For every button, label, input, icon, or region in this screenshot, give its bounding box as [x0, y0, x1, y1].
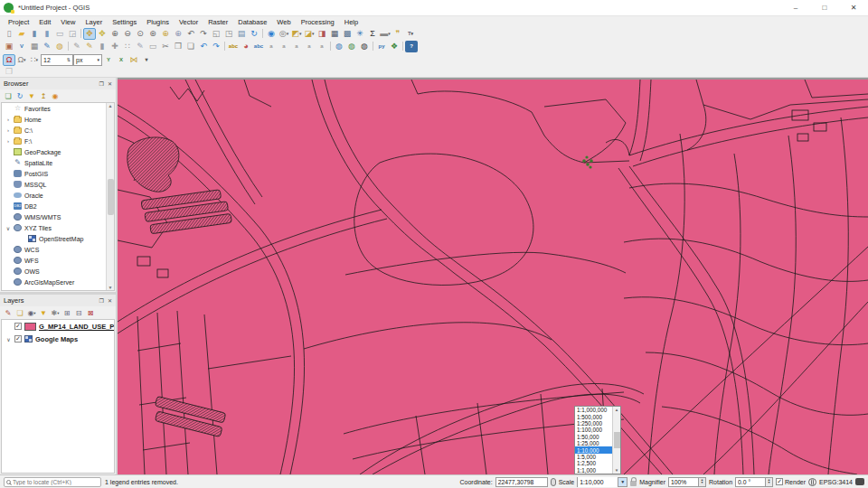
filter-legend-icon[interactable]: ▼	[38, 307, 49, 318]
undo-icon[interactable]: ↶	[197, 41, 210, 52]
scale-option[interactable]: 1:250,000	[575, 420, 612, 427]
menu-item[interactable]: Plugins	[142, 17, 174, 27]
menu-item[interactable]: Edit	[34, 17, 55, 27]
zoom-in-icon[interactable]: ⊕	[108, 28, 121, 40]
enable-snapping-icon[interactable]: Ω	[3, 54, 15, 66]
add-raster-layer-icon[interactable]: ▦	[28, 41, 41, 52]
open-attribute-table-icon[interactable]: ▦	[328, 28, 341, 40]
globe-blue-icon[interactable]: ◍	[333, 41, 345, 52]
cut-features-icon[interactable]: ✂	[159, 41, 172, 52]
processing-toolbox-icon[interactable]: ✳	[354, 28, 366, 40]
new-3d-map-view-icon[interactable]: ◳	[222, 28, 235, 40]
statistical-summary-icon[interactable]: Σ	[366, 28, 379, 40]
close-button[interactable]: ✕	[839, 0, 868, 16]
browser-dock-icon[interactable]: ❐	[99, 80, 104, 87]
deselect-features-icon[interactable]: ◪▾	[303, 28, 316, 40]
menu-item[interactable]: Layer	[80, 17, 107, 27]
add-feature-icon[interactable]: ✚	[108, 41, 121, 52]
scale-option[interactable]: 1:1,000	[575, 467, 612, 474]
vertex-tool-icon[interactable]: ∷	[121, 41, 134, 52]
scale-combo[interactable]: ▼	[577, 477, 627, 487]
add-group-icon[interactable]: ❏	[14, 307, 25, 318]
render-checkbox[interactable]	[776, 478, 783, 485]
new-bookmark-icon[interactable]: ▤	[235, 28, 248, 40]
browser-tree-item[interactable]: › C:\	[2, 125, 114, 136]
filter-browser-icon[interactable]: ▼	[26, 90, 37, 101]
scale-option[interactable]: 1:2,500	[575, 460, 612, 466]
layers-dock-icon[interactable]: ❐	[99, 297, 104, 304]
scale-option[interactable]: 1:5,000	[575, 454, 612, 460]
map-canvas-svg[interactable]	[118, 80, 868, 474]
browser-tree-item[interactable]: GeoPackage	[2, 146, 114, 157]
paste-features-icon[interactable]: ❏	[184, 41, 197, 52]
topological-editing-icon[interactable]: Y	[102, 54, 115, 66]
coordinate-input[interactable]	[495, 477, 548, 487]
rotate-label-icon[interactable]: a	[303, 41, 316, 52]
snapping-options-icon[interactable]: ▾	[140, 54, 153, 66]
menu-item[interactable]: Web	[272, 17, 295, 27]
layer-expand-arrow-icon[interactable]: ∨	[5, 336, 12, 343]
browser-tree-item[interactable]: ArcGisMapServer	[2, 277, 114, 287]
zoom-native-icon[interactable]: ⊙	[134, 28, 146, 40]
plugin-manager-icon[interactable]: ❖	[388, 41, 401, 52]
scale-input[interactable]	[578, 477, 618, 487]
browser-tree-item[interactable]: DB2	[2, 201, 114, 211]
snapping-type-icon[interactable]: ∷▾	[28, 54, 41, 66]
scale-option[interactable]: 1:500,000	[575, 413, 612, 419]
select-by-expression-icon[interactable]: ◨	[316, 28, 328, 40]
open-project-icon[interactable]: ▰	[15, 28, 28, 40]
scale-popup-scrollbar[interactable]: ▲▼	[612, 407, 620, 474]
new-project-icon[interactable]: ▯	[3, 28, 15, 40]
locate-input[interactable]	[13, 479, 99, 485]
magnifier-spinner[interactable]: ▲▼	[699, 477, 706, 487]
run-feature-action-icon[interactable]: ◎▾	[278, 28, 290, 40]
python-console-icon[interactable]: py	[375, 41, 388, 52]
browser-scrollbar[interactable]: ▲▼	[106, 103, 114, 290]
pan-map-icon[interactable]: ✥	[83, 28, 96, 40]
copy-features-icon[interactable]: ❐	[172, 41, 184, 52]
expand-arrow-icon[interactable]: ∨	[5, 225, 11, 231]
browser-tree-item[interactable]: PostGIS	[2, 168, 114, 179]
collapse-all-icon[interactable]: ↥	[38, 90, 49, 101]
map-canvas[interactable]: 1:1,000,0001:500,0001:250,0001:100,0001:…	[118, 78, 868, 474]
browser-tree-item[interactable]: SpatiaLite	[2, 157, 114, 168]
zoom-last-icon[interactable]: ↶	[184, 28, 197, 40]
expand-all-icon[interactable]: ⊞	[61, 307, 72, 318]
locate-box[interactable]	[4, 477, 101, 487]
data-source-manager-icon[interactable]: ▣	[3, 41, 15, 52]
zoom-next-icon[interactable]: ↷	[197, 28, 210, 40]
save-project-icon[interactable]: ▮	[28, 28, 41, 40]
menu-item[interactable]: Settings	[108, 17, 141, 27]
toggle-editing-icon[interactable]: ✎	[83, 41, 96, 52]
refresh-browser-icon[interactable]: ↻	[14, 90, 25, 101]
globe-green-icon[interactable]: ◍	[345, 41, 358, 52]
field-calculator-icon[interactable]: ▩	[341, 28, 354, 40]
properties-icon[interactable]: ◉	[50, 90, 61, 101]
rotation-input[interactable]	[735, 477, 766, 487]
browser-tree-item[interactable]: › F:\	[2, 136, 114, 146]
expand-arrow-icon[interactable]: ›	[5, 127, 11, 133]
zoom-to-selection-icon[interactable]: ⊕	[159, 28, 172, 40]
scale-option[interactable]: 1:1,000,000	[575, 407, 612, 413]
chevron-down-icon[interactable]: ▼	[618, 478, 627, 486]
menu-item[interactable]: Processing	[297, 17, 339, 27]
avoid-overlap-icon[interactable]: ⋈	[127, 54, 140, 66]
add-web-layer-icon[interactable]: ◍	[53, 41, 66, 52]
map-tips-icon[interactable]: ❞	[392, 28, 404, 40]
browser-tree-item[interactable]: ∨ XYZ Tiles	[2, 222, 114, 233]
globe-dark-icon[interactable]: ◍	[358, 41, 371, 52]
menu-item[interactable]: Help	[340, 17, 363, 27]
new-print-layout-icon[interactable]: ▭	[53, 28, 66, 40]
refresh-icon[interactable]: ↻	[248, 28, 260, 40]
delete-selected-icon[interactable]: ▭	[146, 41, 159, 52]
layer-styling-icon[interactable]: ✎	[3, 307, 14, 318]
layers-close-icon[interactable]: ✕	[108, 297, 112, 304]
lock-scale-icon[interactable]	[630, 481, 637, 486]
epsg-status[interactable]: EPSG:3414	[819, 479, 853, 485]
scale-option[interactable]: 1:50,000	[575, 434, 612, 440]
measure-icon[interactable]: ▬▾	[379, 28, 392, 40]
zoom-out-icon[interactable]: ⊖	[121, 28, 134, 40]
current-edits-icon[interactable]: ✎	[71, 41, 83, 52]
help-icon[interactable]: ?	[405, 41, 418, 52]
layer-visibility-checkbox[interactable]	[14, 323, 22, 330]
